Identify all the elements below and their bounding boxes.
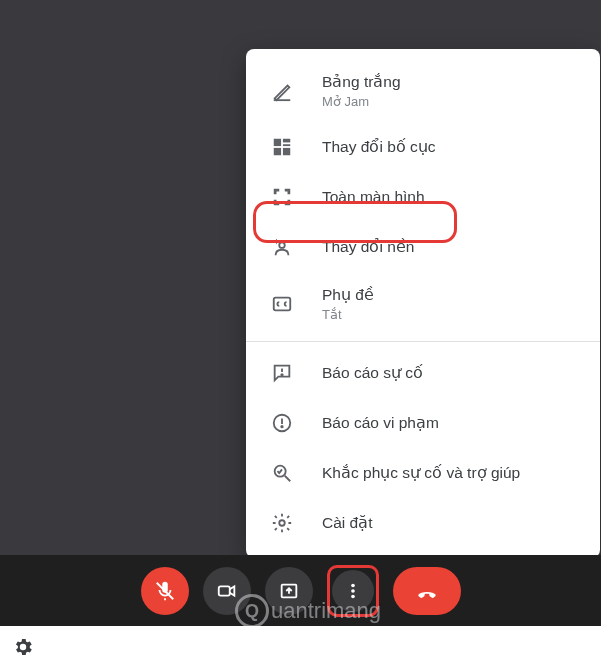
menu-item-sublabel: Tắt bbox=[322, 307, 374, 322]
layout-icon bbox=[270, 135, 294, 159]
svg-rect-2 bbox=[283, 144, 290, 146]
menu-item-change-background[interactable]: Thay đổi nền bbox=[246, 222, 600, 272]
svg-point-20 bbox=[351, 594, 355, 598]
mic-muted-button[interactable] bbox=[141, 567, 189, 615]
menu-item-fullscreen[interactable]: Toàn màn hình bbox=[246, 172, 600, 222]
menu-item-captions[interactable]: Phụ đề Tắt bbox=[246, 272, 600, 335]
menu-item-label: Thay đổi nền bbox=[322, 237, 414, 257]
more-button-highlight bbox=[327, 565, 379, 617]
svg-line-13 bbox=[285, 476, 291, 482]
svg-rect-6 bbox=[274, 297, 291, 310]
feedback-icon bbox=[270, 361, 294, 385]
gear-icon bbox=[270, 511, 294, 535]
cc-icon bbox=[270, 292, 294, 316]
pencil-icon bbox=[270, 79, 294, 103]
gear-icon[interactable] bbox=[12, 636, 34, 662]
svg-point-19 bbox=[351, 589, 355, 593]
menu-item-label: Thay đổi bố cục bbox=[322, 137, 436, 157]
more-options-menu: Bảng trắng Mở Jam Thay đổi bố cục Toàn m… bbox=[246, 49, 600, 558]
more-options-button[interactable] bbox=[332, 570, 374, 612]
menu-item-label: Bảng trắng bbox=[322, 72, 401, 92]
troubleshoot-icon bbox=[270, 461, 294, 485]
svg-point-11 bbox=[281, 426, 282, 427]
svg-point-8 bbox=[281, 374, 282, 375]
svg-rect-4 bbox=[283, 148, 290, 155]
menu-item-layout[interactable]: Thay đổi bố cục bbox=[246, 122, 600, 172]
menu-item-sublabel: Mở Jam bbox=[322, 94, 401, 109]
menu-item-report-abuse[interactable]: Báo cáo vi phạm bbox=[246, 398, 600, 448]
menu-item-label: Khắc phục sự cố và trợ giúp bbox=[322, 463, 520, 483]
menu-item-label: Cài đặt bbox=[322, 513, 373, 533]
svg-point-14 bbox=[279, 521, 285, 527]
camera-button[interactable] bbox=[203, 567, 251, 615]
menu-item-whiteboard[interactable]: Bảng trắng Mở Jam bbox=[246, 59, 600, 122]
menu-item-label: Phụ đề bbox=[322, 285, 374, 305]
svg-rect-1 bbox=[283, 139, 290, 143]
menu-item-troubleshoot[interactable]: Khắc phục sự cố và trợ giúp bbox=[246, 448, 600, 498]
fullscreen-icon bbox=[270, 185, 294, 209]
menu-divider bbox=[246, 341, 600, 342]
browser-bottom-strip bbox=[0, 626, 601, 671]
svg-point-5 bbox=[279, 243, 285, 249]
person-sparkle-icon bbox=[270, 235, 294, 259]
svg-rect-0 bbox=[274, 139, 281, 146]
menu-item-label: Toàn màn hình bbox=[322, 187, 425, 207]
call-controls-bar bbox=[0, 555, 601, 626]
svg-rect-16 bbox=[218, 586, 229, 595]
menu-item-label: Báo cáo vi phạm bbox=[322, 413, 439, 433]
alert-circle-icon bbox=[270, 411, 294, 435]
menu-item-settings[interactable]: Cài đặt bbox=[246, 498, 600, 548]
present-screen-button[interactable] bbox=[265, 567, 313, 615]
hangup-button[interactable] bbox=[393, 567, 461, 615]
svg-rect-3 bbox=[274, 148, 281, 155]
menu-item-report-problem[interactable]: Báo cáo sự cố bbox=[246, 348, 600, 398]
menu-item-label: Báo cáo sự cố bbox=[322, 363, 423, 383]
svg-point-18 bbox=[351, 583, 355, 587]
